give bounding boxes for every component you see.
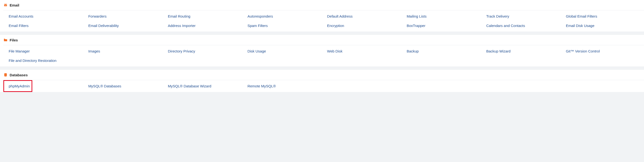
panel-body-databases: phpMyAdmin MySQL® Databases MySQL® Datab… (0, 80, 644, 92)
panel-title-email: Email (10, 3, 19, 7)
panel-title-databases: Databases (10, 73, 28, 77)
panel-databases: Databases phpMyAdmin MySQL® Databases My… (0, 70, 644, 92)
panel-email: Email Email Accounts Forwarders Email Ro… (0, 0, 644, 31)
item-mysql-database-wizard[interactable]: MySQL® Database Wizard (168, 84, 242, 89)
item-backup[interactable]: Backup (407, 49, 481, 54)
item-spam-filters[interactable]: Spam Filters (248, 23, 322, 28)
folder-icon (3, 38, 8, 42)
item-backup-wizard[interactable]: Backup Wizard (486, 49, 561, 54)
item-file-manager[interactable]: File Manager (9, 49, 83, 54)
item-git-version-control[interactable]: Git™ Version Control (566, 49, 641, 54)
item-track-delivery[interactable]: Track Delivery (486, 14, 561, 19)
item-remote-mysql[interactable]: Remote MySQL® (248, 84, 322, 89)
panel-body-files: File Manager Images Directory Privacy Di… (0, 45, 644, 66)
item-global-email-filters[interactable]: Global Email Filters (566, 14, 641, 19)
item-default-address[interactable]: Default Address (327, 14, 402, 19)
panel-body-email: Email Accounts Forwarders Email Routing … (0, 10, 644, 31)
item-calendars-contacts[interactable]: Calendars and Contacts (486, 23, 561, 28)
item-images[interactable]: Images (88, 49, 163, 54)
item-mysql-databases[interactable]: MySQL® Databases (88, 84, 163, 89)
item-phpmyadmin[interactable]: phpMyAdmin (9, 84, 83, 89)
panel-header-files[interactable]: Files (0, 35, 644, 45)
panel-header-databases[interactable]: Databases (0, 70, 644, 80)
item-email-filters[interactable]: Email Filters (9, 23, 83, 28)
database-icon (3, 73, 8, 77)
item-boxtrapper[interactable]: BoxTrapper (407, 23, 481, 28)
item-web-disk[interactable]: Web Disk (327, 49, 402, 54)
item-mailing-lists[interactable]: Mailing Lists (407, 14, 481, 19)
items-grid-files: File Manager Images Directory Privacy Di… (9, 49, 641, 63)
items-grid-databases: phpMyAdmin MySQL® Databases MySQL® Datab… (9, 84, 641, 89)
item-email-disk-usage[interactable]: Email Disk Usage (566, 23, 641, 28)
items-grid-email: Email Accounts Forwarders Email Routing … (9, 14, 641, 28)
item-autoresponders[interactable]: Autoresponders (248, 14, 322, 19)
item-email-accounts[interactable]: Email Accounts (9, 14, 83, 19)
item-disk-usage[interactable]: Disk Usage (248, 49, 322, 54)
envelope-icon (3, 3, 8, 7)
item-forwarders[interactable]: Forwarders (88, 14, 163, 19)
panel-title-files: Files (10, 38, 18, 42)
panel-files: Files File Manager Images Directory Priv… (0, 35, 644, 66)
item-address-importer[interactable]: Address Importer (168, 23, 242, 28)
panel-header-email[interactable]: Email (0, 0, 644, 10)
item-encryption[interactable]: Encryption (327, 23, 402, 28)
item-email-routing[interactable]: Email Routing (168, 14, 242, 19)
item-email-deliverability[interactable]: Email Deliverability (88, 23, 163, 28)
item-directory-privacy[interactable]: Directory Privacy (168, 49, 242, 54)
item-file-directory-restoration[interactable]: File and Directory Restoration (9, 58, 83, 63)
